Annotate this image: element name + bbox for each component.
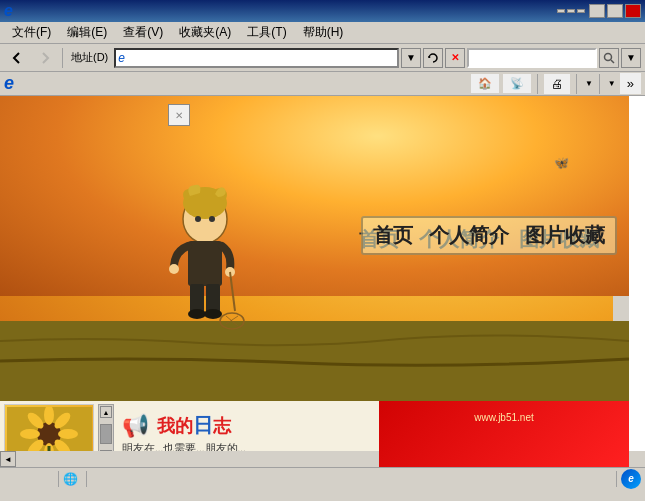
svg-point-26 xyxy=(20,429,40,439)
svg-point-0 xyxy=(605,53,612,60)
close-button[interactable] xyxy=(625,4,641,18)
title-bar-left: e xyxy=(4,2,17,20)
status-right-icons: e xyxy=(612,469,641,489)
addr-ie-icon: e xyxy=(118,51,125,65)
maximize-button[interactable] xyxy=(607,4,623,18)
help-question-button[interactable] xyxy=(567,9,575,13)
links-divider xyxy=(537,74,538,94)
toolbar-divider-1 xyxy=(62,48,63,68)
status-sep-2 xyxy=(86,471,87,487)
sky-gradient xyxy=(0,96,629,296)
search-bar: ▼ xyxy=(467,48,641,68)
links-bar-right: 🏠 📡 🖨 ▼ ▼ » xyxy=(471,73,641,94)
stop-button[interactable]: ✕ xyxy=(445,48,465,68)
svg-point-11 xyxy=(188,309,206,319)
ie-status-logo: e xyxy=(621,469,641,489)
menu-bar: 文件(F) 编辑(E) 查看(V) 收藏夹(A) 工具(T) 帮助(H) xyxy=(0,22,645,44)
links-divider2 xyxy=(576,74,577,94)
menu-tools[interactable]: 工具(T) xyxy=(239,22,294,43)
menu-view[interactable]: 查看(V) xyxy=(115,22,171,43)
svg-point-12 xyxy=(204,309,222,319)
svg-rect-17 xyxy=(0,321,629,401)
minimize-button[interactable] xyxy=(589,4,605,18)
search-dropdown-btn[interactable]: ▼ xyxy=(621,48,641,68)
content-area: 🦋 ✕ xyxy=(0,96,645,467)
scrollbar-corner xyxy=(629,451,645,467)
nav-label-about[interactable]: 个人简介 xyxy=(429,222,509,249)
address-dropdown-btn[interactable]: ▼ xyxy=(401,48,421,68)
forward-button[interactable] xyxy=(32,47,58,69)
scroll-left-arrow[interactable]: ◄ xyxy=(0,451,16,467)
svg-point-5 xyxy=(209,216,215,222)
grass xyxy=(0,321,629,401)
diary-ri-label: 日 xyxy=(193,414,213,436)
expand-button[interactable]: » xyxy=(620,73,641,94)
tools-dropdown[interactable]: ▼ xyxy=(606,79,616,88)
links-bar: e 🏠 📡 🖨 ▼ ▼ » xyxy=(0,72,645,96)
back-button[interactable] xyxy=(4,47,30,69)
lang-help-area xyxy=(557,0,585,22)
address-box[interactable]: e xyxy=(114,48,399,68)
tools-chevron-icon: ▼ xyxy=(608,79,616,88)
address-label: 地址(D) xyxy=(67,50,112,65)
nav-box: 首页 个人简介 图片收藏 xyxy=(361,216,617,255)
bird-icon: 🦋 xyxy=(554,156,569,170)
menu-help[interactable]: 帮助(H) xyxy=(295,22,352,43)
broken-image-x: ✕ xyxy=(175,110,183,121)
ie-title-icon: e xyxy=(4,2,13,20)
status-sep-3 xyxy=(616,471,617,487)
svg-rect-6 xyxy=(188,241,222,286)
nav-label-photos[interactable]: 图片收藏 xyxy=(525,222,605,249)
megaphone-icon: 📢 xyxy=(122,413,149,439)
svg-line-1 xyxy=(611,60,614,63)
address-bar-wrap: 地址(D) e ▼ ✕ xyxy=(67,48,465,68)
status-zone-area: 🌐 xyxy=(63,471,608,487)
title-separator-button[interactable] xyxy=(577,9,585,13)
refresh-button[interactable] xyxy=(423,48,443,68)
nav-label-home[interactable]: 首页 xyxy=(373,222,413,249)
ie-icon: e xyxy=(4,73,14,94)
menu-favorites[interactable]: 收藏夹(A) xyxy=(171,22,239,43)
hero-section: 🦋 ✕ xyxy=(0,96,629,401)
broken-image-indicator: ✕ xyxy=(168,104,190,126)
rss-button[interactable]: 📡 xyxy=(503,74,531,93)
svg-point-22 xyxy=(58,429,78,439)
svg-line-13 xyxy=(230,272,235,311)
page-chevron-icon: ▼ xyxy=(585,79,593,88)
diary-title-wrap: 我的日志 xyxy=(157,412,231,439)
lang-en-button[interactable] xyxy=(557,9,565,13)
toolbar: 地址(D) e ▼ ✕ ▼ xyxy=(0,44,645,72)
page-dropdown[interactable]: ▼ xyxy=(583,79,593,88)
search-button[interactable] xyxy=(599,48,619,68)
window-controls xyxy=(589,4,641,18)
scroll-up-btn[interactable]: ▲ xyxy=(100,406,112,418)
svg-point-7 xyxy=(169,264,179,274)
nav-box-inner: 首页 个人简介 图片收藏 xyxy=(373,222,605,249)
status-sep-1 xyxy=(58,471,59,487)
status-bar: 🌐 e xyxy=(0,467,645,489)
menu-file[interactable]: 文件(F) xyxy=(4,22,59,43)
title-bar: e xyxy=(0,0,645,22)
watermark-sub: www.jb51.net xyxy=(474,412,533,423)
home-button[interactable]: 🏠 xyxy=(471,74,499,93)
page-viewport: 🦋 ✕ xyxy=(0,96,629,467)
links-divider3 xyxy=(599,74,600,94)
svg-point-4 xyxy=(195,216,201,222)
globe-icon: 🌐 xyxy=(63,472,78,486)
scroll-thumb-v xyxy=(100,424,112,444)
diary-wo-label: 我的 xyxy=(157,416,193,436)
boy-figure xyxy=(160,181,250,341)
diary-zhi-label: 志 xyxy=(213,416,231,436)
print-button[interactable]: 🖨 xyxy=(544,74,570,94)
watermark-overlay: www.jb51.net xyxy=(379,401,629,467)
search-input[interactable] xyxy=(467,48,597,68)
menu-edit[interactable]: 编辑(E) xyxy=(59,22,115,43)
